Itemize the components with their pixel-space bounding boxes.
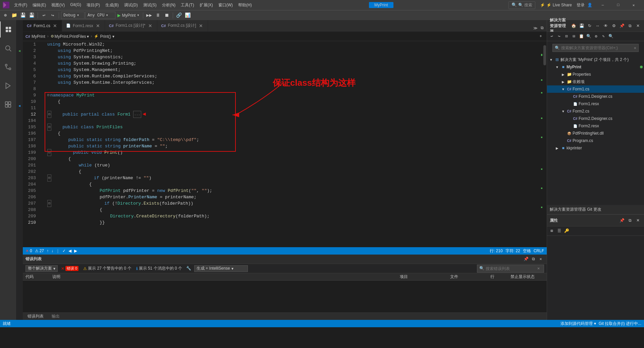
filter-extra-btn[interactable]: 🔧 — [185, 265, 192, 272]
tabs-overflow-button[interactable]: ≫ — [532, 25, 539, 31]
se-settings-btn[interactable]: ⚙ — [610, 22, 617, 29]
tab-form1-resx[interactable]: 📄 Form1.resx ✕ — [62, 20, 105, 31]
tree-myprint-project[interactable]: ▼ ■ MyPrint — [547, 63, 644, 71]
col-file-header[interactable]: 文件 — [450, 274, 490, 280]
tab-form1-design[interactable]: C# Form1.cs [设计]* ✕ — [105, 20, 157, 31]
run-project-label[interactable]: MyPrint — [122, 13, 136, 18]
se-toolbar-btn-8[interactable]: ✎ — [600, 33, 607, 40]
se-toolbar-btn-2[interactable]: ↪ — [556, 33, 562, 40]
warnings-badge[interactable]: ⚠ 展示 27 个警告中的 0 个 — [82, 265, 132, 272]
scroll-thumb[interactable] — [543, 45, 546, 65]
col-suppress-header[interactable]: 禁止显示状态 — [511, 274, 544, 280]
close-search-icon[interactable]: ✕ — [634, 46, 636, 51]
tree-expand-icon[interactable]: ▼ — [548, 57, 554, 62]
menu-git[interactable]: Git(G) — [68, 2, 83, 9]
undo-button[interactable]: ↩ — [40, 11, 48, 19]
menu-debug[interactable]: 调试(D) — [122, 2, 140, 9]
run-dropdown-icon[interactable]: ▾ — [137, 13, 139, 18]
breadcrumb-root[interactable]: C# MyPrint — [25, 34, 45, 39]
menu-tools[interactable]: 工具(T) — [179, 2, 196, 9]
menu-test[interactable]: 测试(S) — [141, 2, 159, 9]
menu-file[interactable]: 文件(F) — [12, 2, 29, 9]
status-encoding[interactable]: CRLF — [534, 249, 544, 253]
col-code-header[interactable]: 代码 — [25, 274, 52, 280]
tree-expand-deps[interactable]: ▶ — [560, 79, 566, 84]
se-show-all-btn[interactable]: 👁 — [602, 22, 609, 29]
save-button[interactable]: 💾 — [19, 11, 27, 19]
menu-extensions[interactable]: 扩展(X) — [198, 2, 215, 9]
errors-tab-output[interactable]: 输出 — [50, 313, 62, 320]
toolbar-btn-3[interactable]: ⏹ — [163, 11, 171, 19]
se-toolbar-btn-5[interactable]: 📋 — [578, 33, 585, 40]
activity-extensions[interactable] — [0, 96, 16, 113]
collapse-icon-203[interactable]: ⊟ — [47, 175, 51, 182]
tree-form1-resx[interactable]: 📄 Form1.resx — [547, 100, 644, 108]
activity-source-control[interactable] — [0, 59, 16, 75]
tree-dependencies[interactable]: ▶ 📁 依赖项 — [547, 78, 644, 85]
errors-search-input[interactable] — [486, 266, 536, 271]
save-all-button[interactable]: 💾 — [28, 11, 36, 19]
errors-pin-btn[interactable]: 📌 — [523, 256, 529, 263]
check-status[interactable]: ✓ — [62, 249, 66, 253]
breadcrumb-method[interactable]: ⚙ MyPrint.PrintFiles ▾ — [51, 34, 89, 39]
scope-dropdown[interactable]: 整个解决方案 ▾ — [25, 265, 58, 272]
errors-badge[interactable]: ✕ 错误 0 — [60, 265, 80, 272]
errors-tab-1[interactable]: 错误列表 — [25, 313, 46, 320]
run-button[interactable]: ▶ — [117, 12, 121, 19]
menu-help[interactable]: 帮助(H) — [236, 2, 254, 9]
tree-form1-designer[interactable]: C# Form1.Designer.cs — [547, 93, 644, 100]
debug-config-dropdown[interactable]: Debug ▾ — [61, 12, 85, 19]
tab-form1-cs[interactable]: C# Form1.cs ✕ — [23, 20, 62, 31]
menu-project[interactable]: 项目(P) — [85, 2, 102, 9]
tab-close-btn-3[interactable]: ✕ — [148, 23, 153, 28]
new-project-button[interactable]: ⊕ — [1, 11, 9, 19]
se-collapse-btn[interactable]: ↔ — [594, 22, 601, 29]
live-share-button[interactable]: ⚡ ⚡ Live Share — [538, 2, 574, 8]
elipsis-code[interactable]: ... — [133, 111, 141, 118]
split-editor-button[interactable]: ⧉ — [539, 25, 545, 31]
toolbar-btn-1[interactable]: ▶▶ — [145, 11, 153, 19]
tree-expand-form2[interactable]: ▼ — [560, 109, 566, 114]
tree-expand-myprint[interactable]: ▼ — [554, 64, 560, 70]
tree-kkprinter[interactable]: ▶ ■ kkprinter — [547, 144, 644, 152]
tab-close-btn[interactable]: ✕ — [52, 23, 58, 28]
build-source-dropdown[interactable]: 生成 + IntelliSense ▾ — [194, 265, 248, 272]
se-search-box[interactable]: 🔍 ✕ — [552, 44, 639, 52]
tab-close-btn-2[interactable]: ✕ — [95, 23, 101, 28]
se-toolbar-btn-6[interactable]: 🔍 — [585, 33, 592, 40]
tab-form2-design[interactable]: C# Form2.cs [设计] ✕ — [157, 20, 208, 31]
activity-search[interactable] — [0, 40, 16, 56]
add-source-control-btn[interactable]: 添加到源代码管理 ▾ — [560, 321, 596, 327]
props-float-btn[interactable]: ⧉ — [627, 217, 633, 224]
minimize-button[interactable]: — — [595, 0, 610, 10]
menu-build[interactable]: 生成(B) — [103, 2, 121, 9]
se-close-btn[interactable]: ✕ — [635, 22, 641, 29]
errors-close-btn[interactable]: ✕ — [537, 256, 544, 263]
props-grid-btn[interactable]: ⊞ — [548, 228, 555, 234]
tree-properties[interactable]: ▶ 📁 Properties — [547, 71, 644, 78]
arrow-down-btn[interactable]: ↓ — [51, 249, 53, 253]
collapse-icon-195[interactable]: ⊟ — [47, 124, 51, 131]
col-line-header[interactable]: 行 — [490, 274, 511, 280]
status-col[interactable]: 字符: 22 — [505, 248, 520, 254]
tree-expand-kk[interactable]: ▶ — [554, 145, 560, 151]
se-close-float-btn[interactable]: ⧉ — [627, 22, 633, 29]
status-spaces[interactable]: 空格 — [523, 248, 531, 254]
se-refresh-btn[interactable]: ↻ — [586, 22, 593, 29]
tree-solution-root[interactable]: ▼ ⊞ 解决方案 'MyPrint' (2 个项目，共 2 个) — [547, 56, 644, 63]
collapse-icon-12[interactable]: ⊟ — [47, 111, 51, 118]
tree-form1-cs[interactable]: ▼ C# Form1.cs — [547, 85, 644, 93]
menu-view[interactable]: 视图(V) — [49, 2, 67, 9]
se-toolbar-btn-1[interactable]: ↩ — [548, 33, 555, 40]
info-badge[interactable]: ℹ 展示 51 个消息中的 0 个 — [135, 265, 183, 272]
add-editor-button[interactable]: + — [537, 33, 544, 40]
toolbar-btn-2[interactable]: ⏸ — [154, 11, 162, 19]
tree-form2-resx[interactable]: 📄 Form2.resx — [547, 122, 644, 130]
props-close-btn[interactable]: ✕ — [635, 217, 641, 224]
toolbar-attach[interactable]: 🔗 — [175, 11, 183, 19]
vertical-scrollbar[interactable] — [543, 41, 547, 247]
se-toolbar-btn-4[interactable]: ⊟ — [571, 33, 577, 40]
tree-expand-form1[interactable]: ▼ — [560, 86, 566, 92]
status-line[interactable]: 行: 210 — [490, 248, 503, 254]
se-search-input[interactable] — [561, 46, 633, 50]
